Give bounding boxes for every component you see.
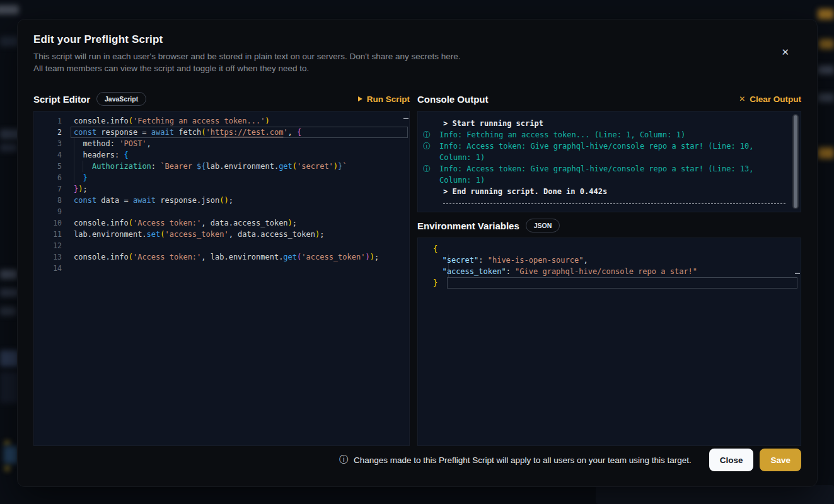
console-title: Console Output — [417, 94, 489, 105]
script-editor-column: Script Editor JavaScript Run Script 1con… — [33, 91, 410, 446]
console-line: > Start running script — [423, 118, 785, 129]
backdrop-blob — [0, 144, 18, 152]
code-line[interactable]: 8const data = await response.json(); — [34, 195, 409, 206]
code-line[interactable]: 2const response = await fetch('https://t… — [34, 127, 409, 138]
console-header: Console Output ✕ Clear Output — [417, 91, 801, 107]
code-line[interactable]: 5 Authorization: `Bearer ${lab.environme… — [34, 161, 409, 172]
dialog-footer: ⓘ Changes made to this Preflight Script … — [33, 449, 801, 471]
backdrop-blob — [0, 372, 19, 403]
code-line[interactable]: 14 — [34, 263, 409, 274]
backdrop-blob — [5, 441, 9, 445]
code-line[interactable]: 9 — [34, 206, 409, 217]
code-line[interactable]: 6 } — [34, 172, 409, 183]
env-vars-header: Environment Variables JSON — [417, 217, 801, 234]
script-editor-title: Script Editor — [33, 94, 90, 105]
description-line-1: This script will run in each user's brow… — [33, 50, 801, 62]
json-badge: JSON — [526, 219, 560, 232]
backdrop-blob — [5, 466, 9, 471]
line-number: 7 — [34, 183, 62, 195]
dialog-description: This script will run in each user's brow… — [33, 50, 801, 74]
backdrop-blob — [818, 9, 834, 20]
close-button[interactable]: Close — [709, 449, 754, 471]
code-line[interactable]: 4 headers: { — [34, 149, 409, 161]
console-separator — [443, 203, 785, 204]
line-number: 1 — [34, 115, 62, 127]
run-script-label: Run Script — [367, 94, 410, 104]
backdrop-blob — [819, 39, 834, 49]
env-vars-editor[interactable]: { "secret": "hive-is-open-source", "acce… — [417, 238, 801, 446]
console-log-text: > Start running script — [443, 118, 543, 129]
info-icon: ⓘ — [339, 454, 348, 466]
line-number: 4 — [34, 149, 62, 161]
line-number: 5 — [34, 161, 62, 172]
output-column: Console Output ✕ Clear Output > Start ru… — [417, 91, 801, 446]
line-number: 10 — [34, 217, 62, 229]
console-scrollbar[interactable] — [792, 114, 799, 209]
backdrop-blob — [818, 147, 834, 159]
code-line[interactable]: 3 method: 'POST', — [34, 138, 409, 149]
info-circle-icon: ⓘ — [423, 163, 439, 186]
backdrop-blob — [0, 289, 19, 297]
console-line: ⓘInfo: Fetching an access token... (Line… — [423, 129, 785, 140]
code-line[interactable]: 10console.info('Access token:', data.acc… — [34, 217, 409, 229]
run-script-button[interactable]: Run Script — [358, 94, 410, 104]
backdrop-blob — [818, 93, 834, 102]
line-number: 11 — [34, 229, 62, 240]
console-info-text: Info: Access token: Give graphql-hive/co… — [439, 140, 785, 163]
code-line[interactable]: } — [433, 277, 801, 289]
console-info-text: Info: Access token: Give graphql-hive/co… — [439, 163, 785, 186]
code-line[interactable]: "access_token": "Give graphql-hive/conso… — [433, 266, 801, 277]
backdrop-blob — [596, 485, 834, 504]
language-badge: JavaScript — [96, 92, 146, 106]
line-number: 6 — [34, 172, 62, 183]
footer-note: ⓘ Changes made to this Preflight Script … — [339, 454, 692, 466]
line-number: 8 — [34, 195, 62, 206]
dialog-body: Script Editor JavaScript Run Script 1con… — [33, 91, 801, 446]
backdrop-blob — [0, 37, 19, 47]
env-vars-title: Environment Variables — [417, 220, 519, 231]
info-circle-icon: ⓘ — [423, 140, 439, 163]
backdrop-blob — [0, 307, 16, 316]
info-circle-icon: ⓘ — [423, 129, 439, 140]
description-line-2: All team members can view the script and… — [33, 62, 801, 74]
code-line[interactable]: 13console.info('Access token:', lab.envi… — [34, 251, 409, 263]
line-number: 2 — [34, 127, 62, 138]
line-number: 12 — [34, 240, 62, 251]
preflight-script-dialog: Edit your Preflight Script This script w… — [17, 19, 818, 487]
console-line: ⓘInfo: Access token: Give graphql-hive/c… — [423, 140, 785, 163]
code-line[interactable]: 1console.info('Fetching an access token.… — [34, 115, 409, 127]
current-line-highlight — [447, 277, 797, 289]
play-icon — [358, 96, 362, 101]
code-line[interactable]: 11lab.environment.set('access_token', da… — [34, 229, 409, 240]
line-number: 3 — [34, 138, 62, 149]
clear-output-label: Clear Output — [750, 94, 801, 104]
line-number: 14 — [34, 263, 62, 274]
console-line: ⓘInfo: Access token: Give graphql-hive/c… — [423, 163, 785, 186]
line-number: 13 — [34, 251, 62, 263]
console-info-text: Info: Fetching an access token... (Line:… — [439, 129, 685, 140]
backdrop-blob — [0, 350, 19, 367]
close-icon[interactable]: ✕ — [781, 47, 789, 57]
save-button[interactable]: Save — [760, 449, 801, 471]
console-output-panel: > Start running scriptⓘInfo: Fetching an… — [417, 111, 801, 212]
backdrop-blob — [818, 66, 834, 74]
line-number: 9 — [34, 206, 62, 217]
code-line[interactable]: 12 — [34, 240, 409, 251]
dialog-title: Edit your Preflight Script — [33, 33, 801, 46]
backdrop-blob — [0, 5, 19, 14]
script-editor-header: Script Editor JavaScript Run Script — [33, 91, 410, 107]
backdrop-blob — [4, 446, 18, 464]
console-line: > End running script. Done in 0.442s — [423, 186, 785, 197]
code-line[interactable]: { — [433, 243, 801, 255]
code-line[interactable]: 7}); — [34, 183, 409, 195]
script-code-editor[interactable]: 1console.info('Fetching an access token.… — [33, 111, 410, 446]
clear-output-button[interactable]: ✕ Clear Output — [739, 94, 801, 104]
backdrop-blob — [0, 270, 18, 279]
code-line[interactable]: "secret": "hive-is-open-source", — [433, 255, 801, 266]
clear-icon: ✕ — [739, 94, 745, 103]
footer-note-text: Changes made to this Preflight Script wi… — [354, 455, 692, 465]
console-log-text: > End running script. Done in 0.442s — [443, 186, 607, 197]
